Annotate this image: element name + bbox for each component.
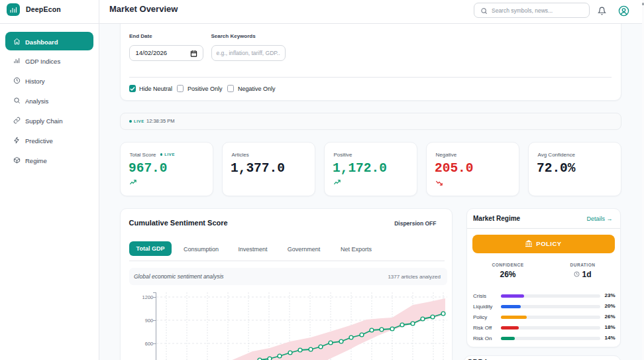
svg-text:600: 600	[145, 341, 154, 347]
svg-text:1200: 1200	[142, 294, 154, 300]
svg-text:900: 900	[145, 318, 154, 324]
